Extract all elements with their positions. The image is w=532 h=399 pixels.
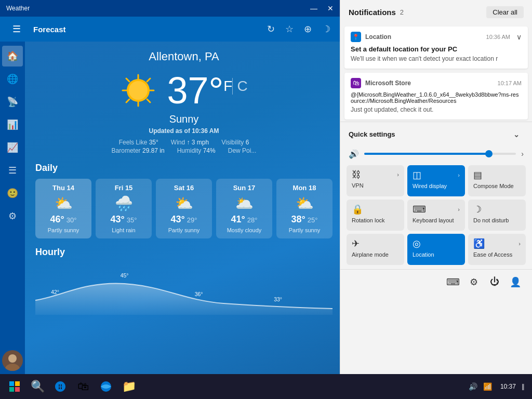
sun-icon (120, 72, 156, 109)
day-icon: 🌥️ (222, 195, 266, 212)
power-icon[interactable]: ⏻ (486, 274, 503, 290)
qs-tile-row: ♿ › (473, 238, 521, 249)
qs-tile-label: Compose Mode (473, 183, 514, 189)
settings-icon[interactable]: ⚙ (466, 274, 482, 290)
qs-tile-label: Airplane mode (352, 251, 389, 258)
start-button[interactable] (4, 376, 25, 397)
sidebar-settings-icon[interactable]: ⚙ (2, 206, 23, 227)
favorite-icon[interactable]: ☆ (281, 19, 298, 39)
tray-network-icon[interactable]: 📶 (482, 380, 494, 393)
sidebar-user-avatar[interactable] (2, 350, 23, 371)
qs-tile-location[interactable]: ◎ Location (407, 234, 465, 265)
svg-line-11 (126, 99, 129, 102)
sidebar-item-radar[interactable]: 📡 (2, 91, 23, 112)
sidebar-item-charts[interactable]: 📈 (2, 137, 23, 158)
show-desktop[interactable]: ▌ (522, 384, 528, 390)
qs-tile-wired-display[interactable]: ◫ › Wired display (407, 165, 465, 196)
qs-tile-row: ⌨ › (413, 204, 460, 215)
temp-fc-label: C (232, 78, 247, 95)
daily-card[interactable]: Fri 15 🌧️ 43°35° Light rain (96, 179, 152, 238)
qs-collapse-button[interactable]: ⌄ (509, 127, 524, 142)
notifications-header: Notifications 2 Clear all (340, 0, 532, 24)
qs-tile-row: ◎ (413, 238, 460, 249)
minimize-button[interactable]: — (308, 2, 320, 15)
notif-item-header-2: 🛍 Microsoft Store 10:17 AM (351, 78, 522, 88)
search-taskbar-icon[interactable]: 🔍 (27, 376, 48, 397)
svg-text:42°: 42° (51, 289, 59, 295)
day-condition: Partly sunny (162, 227, 206, 233)
daily-card[interactable]: Sat 16 ⛅ 43°29° Partly sunny (156, 179, 212, 238)
day-high: 43° (171, 214, 185, 224)
qs-tile-airplane-mode[interactable]: ✈ Airplane mode (347, 234, 404, 265)
sidebar-item-map[interactable]: 🌐 (2, 69, 23, 89)
notification-item-store: 🛍 Microsoft Store 10:17 AM @{Microsoft.B… (344, 73, 528, 119)
taskbar-time[interactable]: 10:37 (496, 383, 520, 390)
qs-tile-ease-of-access[interactable]: ♿ › Ease of Access (468, 234, 526, 265)
daily-card[interactable]: Mon 18 ⛅ 38°25° Partly sunny (276, 179, 332, 238)
volume-slider[interactable] (364, 153, 516, 155)
svg-rect-18 (9, 387, 14, 392)
notifications-title: Notifications (349, 8, 396, 17)
weather-details: Feels Like 35° Wind ↑ 3 mph Visibility 6 (35, 139, 332, 146)
hamburger-icon[interactable]: ☰ (8, 19, 25, 39)
clear-all-button[interactable]: Clear all (486, 6, 524, 18)
day-condition: Partly sunny (283, 227, 326, 233)
qs-tile-row: ◫ › (413, 169, 460, 181)
title-bar: Weather — ✕ (0, 0, 343, 17)
wind: Wind ↑ 3 mph (171, 139, 209, 146)
qs-tile-row: 🔒 (352, 204, 399, 215)
notif-app-name-2: Microsoft Store (365, 79, 411, 87)
refresh-icon[interactable]: ↻ (263, 19, 279, 39)
quick-settings-header[interactable]: Quick settings ⌄ (340, 122, 532, 147)
volume-arrow[interactable]: › (521, 150, 524, 158)
qs-tile-label: Ease of Access (473, 251, 512, 258)
sidebar-item-list[interactable]: ☰ (2, 160, 23, 181)
qs-tile-do-not-disturb[interactable]: ☽ Do not disturb (468, 200, 526, 231)
qs-tile-row: ▤ (473, 169, 521, 181)
qs-tile-keyboard-layout[interactable]: ⌨ › Keyboard layout (407, 200, 465, 231)
daily-card[interactable]: Thu 14 ⛅ 46°30° Partly sunny (35, 179, 91, 238)
store-taskbar-icon[interactable]: 🛍 (73, 376, 94, 397)
close-button[interactable]: ✕ (324, 2, 337, 15)
pin-icon[interactable]: ⊕ (300, 19, 316, 39)
daily-card[interactable]: Sun 17 🌥️ 41°28° Mostly cloudy (216, 179, 272, 238)
qs-tile-icon: ⌨ (413, 204, 426, 215)
day-low: 25° (308, 216, 318, 224)
notif-time-2: 10:17 AM (498, 80, 522, 86)
qs-tile-icon: ◎ (413, 238, 421, 249)
crescent-icon[interactable]: ☽ (318, 19, 335, 39)
sidebar-item-emoji[interactable]: 🙂 (2, 183, 23, 204)
qs-tile-vpn[interactable]: ⛓ › VPN (347, 165, 404, 196)
day-icon: 🌧️ (102, 195, 145, 212)
notifications-count: 2 (400, 8, 404, 16)
svg-line-10 (147, 78, 150, 82)
sidebar-item-home[interactable]: 🏠 (2, 46, 23, 66)
svg-text:33°: 33° (274, 296, 282, 302)
condition-label: Sunny (35, 113, 332, 125)
qs-tile-rotation-lock[interactable]: 🔒 Rotation lock (347, 200, 404, 231)
edge-taskbar-icon[interactable] (50, 376, 71, 397)
files-taskbar-icon[interactable]: 📁 (118, 376, 139, 397)
volume-row: 🔊 › (340, 147, 532, 163)
notif-body-text-1: We'll use it when we can't detect your e… (351, 55, 522, 63)
browser-taskbar-icon[interactable] (96, 376, 116, 397)
temperature-block: 37° F C (167, 72, 247, 109)
keyboard-icon[interactable]: ⌨ (445, 274, 461, 290)
user-icon[interactable]: 👤 (507, 274, 524, 290)
taskbar-right: 🔊 📶 10:37 ▌ (467, 380, 528, 393)
qs-tile-compose-mode[interactable]: ▤ Compose Mode (468, 165, 526, 196)
tray-sound-icon[interactable]: 🔊 (467, 380, 480, 393)
day-name: Mon 18 (283, 184, 326, 192)
day-condition: Light rain (102, 227, 145, 233)
qs-tile-icon: 🔒 (352, 204, 363, 215)
app-title: Weather (6, 5, 303, 12)
feels-like: Feels Like 35° (119, 139, 158, 146)
notif-expand-icon-1[interactable]: ∨ (516, 33, 522, 41)
svg-point-3 (129, 81, 148, 100)
qs-tile-icon: ♿ (473, 238, 485, 249)
notif-body-title-1: Set a default location for your PC (351, 45, 522, 53)
day-low: 28° (247, 216, 258, 224)
qs-tile-label: Location (413, 251, 434, 258)
location-name: Allentown, PA (35, 50, 332, 63)
sidebar-item-hourly[interactable]: 📊 (2, 114, 23, 135)
